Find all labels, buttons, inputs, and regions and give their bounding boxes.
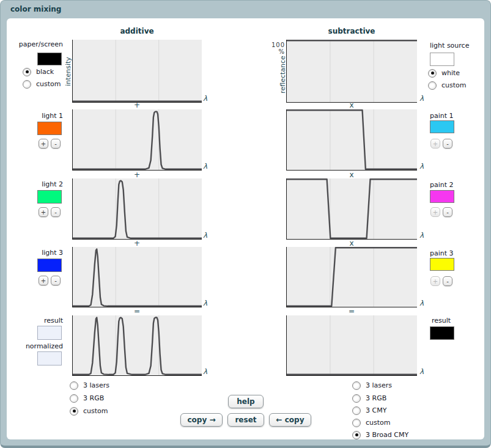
lambda-label: λ bbox=[419, 367, 424, 376]
radio-label: custom bbox=[366, 419, 391, 427]
additive-header: additive bbox=[72, 27, 202, 35]
light-2-plus-button[interactable]: + bbox=[39, 207, 48, 217]
radio-label: 3 lasers bbox=[83, 381, 109, 389]
times-operator: x bbox=[286, 101, 417, 109]
paint-2-label: paint 2 bbox=[430, 181, 485, 189]
radio-subtractive-3-cmy[interactable]: 3 CMY bbox=[352, 406, 386, 415]
paint-2-plus-button[interactable]: + bbox=[430, 207, 440, 217]
paint-1-minus-button[interactable]: - bbox=[443, 139, 452, 149]
light-2-spectrum-chart[interactable] bbox=[72, 178, 202, 240]
lambda-label: λ bbox=[203, 231, 207, 240]
paint-3-plus-button[interactable]: + bbox=[430, 276, 440, 286]
radio-source-white[interactable]: white bbox=[428, 68, 460, 78]
paint-1-plus-button[interactable]: + bbox=[430, 139, 440, 149]
light-1-spectrum-chart[interactable] bbox=[72, 109, 202, 171]
radio-icon[interactable] bbox=[352, 381, 361, 390]
plus-operator: + bbox=[72, 171, 202, 179]
radio-label: 3 lasers bbox=[366, 381, 392, 389]
radio-additive-3-lasers[interactable]: 3 lasers bbox=[70, 381, 109, 390]
radio-source-custom[interactable]: custom bbox=[428, 81, 467, 90]
light-2-label: light 2 bbox=[5, 180, 63, 188]
paint-3-label: paint 3 bbox=[430, 249, 485, 257]
radio-icon[interactable] bbox=[428, 69, 437, 78]
light-3-swatch bbox=[37, 259, 62, 272]
y-max-tick: 100 % bbox=[264, 42, 285, 55]
radio-icon[interactable] bbox=[70, 407, 78, 416]
paint-1-swatch bbox=[430, 120, 454, 133]
lambda-label: λ bbox=[203, 299, 207, 307]
light-source-label: light source bbox=[430, 42, 485, 50]
paint-2-swatch bbox=[430, 190, 454, 203]
reset-button[interactable]: reset bbox=[227, 413, 264, 427]
subtractive-header: subtractive bbox=[286, 27, 417, 35]
plus-operator: + bbox=[72, 101, 202, 109]
copy-right-button[interactable]: copy → bbox=[180, 413, 223, 427]
radio-label: custom bbox=[441, 81, 467, 89]
radio-subtractive-custom[interactable]: custom bbox=[352, 418, 391, 427]
radio-label: 3 CMY bbox=[366, 406, 386, 414]
additive-result-swatch bbox=[37, 326, 62, 340]
lambda-label: λ bbox=[419, 299, 424, 307]
light-source-swatch bbox=[430, 53, 454, 66]
equals-operator: = bbox=[286, 307, 417, 315]
lambda-label: λ bbox=[419, 162, 424, 171]
light-3-minus-button[interactable]: - bbox=[51, 276, 61, 285]
radio-label: 3 Broad CMY bbox=[366, 431, 408, 439]
light-2-swatch bbox=[37, 190, 62, 204]
radio-icon[interactable] bbox=[352, 431, 361, 439]
light-1-minus-button[interactable]: - bbox=[51, 139, 61, 149]
light-3-label: light 3 bbox=[5, 249, 63, 257]
radio-icon[interactable] bbox=[352, 394, 361, 403]
radio-additive-3-rgb[interactable]: 3 RGB bbox=[70, 394, 104, 403]
paint-3-reflectance-chart[interactable] bbox=[286, 247, 417, 307]
subtractive-result-reflectance-chart bbox=[286, 315, 417, 376]
equals-operator: = bbox=[72, 307, 202, 315]
lambda-label: λ bbox=[419, 231, 424, 240]
radio-icon[interactable] bbox=[352, 406, 361, 415]
radio-label: custom bbox=[83, 407, 108, 415]
copy-left-button[interactable]: ← copy bbox=[269, 413, 311, 427]
paint-2-minus-button[interactable]: - bbox=[443, 207, 452, 217]
paint-2-reflectance-chart[interactable] bbox=[286, 178, 417, 240]
radio-icon[interactable] bbox=[428, 81, 437, 90]
radio-subtractive-3-rgb[interactable]: 3 RGB bbox=[352, 394, 386, 403]
radio-subtractive-3-broad-cmy[interactable]: 3 Broad CMY bbox=[352, 430, 408, 439]
radio-subtractive-3-lasers[interactable]: 3 lasers bbox=[352, 381, 392, 390]
paper-screen-spectrum-chart[interactable] bbox=[72, 40, 202, 103]
light-3-spectrum-chart[interactable] bbox=[72, 247, 202, 307]
subtractive-result-swatch bbox=[430, 326, 454, 340]
radio-icon[interactable] bbox=[70, 394, 78, 403]
paper-screen-swatch bbox=[37, 53, 62, 65]
lambda-label: λ bbox=[203, 162, 207, 171]
additive-result-spectrum-chart bbox=[72, 315, 202, 376]
light-1-swatch bbox=[37, 122, 62, 135]
light-2-minus-button[interactable]: - bbox=[51, 207, 61, 217]
normalized-swatch bbox=[37, 351, 62, 365]
radio-paper-custom[interactable]: custom bbox=[23, 79, 61, 89]
subtractive-result-label: result bbox=[432, 317, 487, 325]
radio-icon[interactable] bbox=[352, 419, 361, 427]
radio-additive-custom[interactable]: custom bbox=[70, 406, 108, 416]
radio-icon[interactable] bbox=[70, 381, 78, 390]
window-title: color mixing bbox=[10, 5, 61, 13]
radio-label: 3 RGB bbox=[83, 394, 104, 402]
times-operator: x bbox=[286, 240, 417, 248]
radio-paper-black[interactable]: black bbox=[23, 67, 54, 76]
paint-3-swatch bbox=[430, 258, 454, 271]
light-1-label: light 1 bbox=[5, 112, 63, 120]
radio-label: custom bbox=[36, 80, 61, 88]
help-button[interactable]: help bbox=[228, 395, 264, 408]
lambda-label: λ bbox=[203, 367, 207, 376]
paper-screen-label: paper/screen bbox=[5, 40, 63, 48]
light-3-plus-button[interactable]: + bbox=[39, 276, 48, 285]
paint-1-reflectance-chart[interactable] bbox=[286, 109, 417, 171]
radio-icon[interactable] bbox=[23, 68, 31, 76]
lambda-label: λ bbox=[419, 94, 424, 103]
lambda-label: λ bbox=[203, 94, 207, 103]
light-1-plus-button[interactable]: + bbox=[39, 139, 48, 149]
radio-label: 3 RGB bbox=[366, 394, 386, 402]
radio-icon[interactable] bbox=[23, 80, 31, 89]
light-source-spectrum-chart[interactable] bbox=[286, 40, 417, 103]
color-mixing-window: color mixing additive subtractive intens… bbox=[0, 0, 491, 448]
paint-3-minus-button[interactable]: - bbox=[443, 276, 452, 286]
